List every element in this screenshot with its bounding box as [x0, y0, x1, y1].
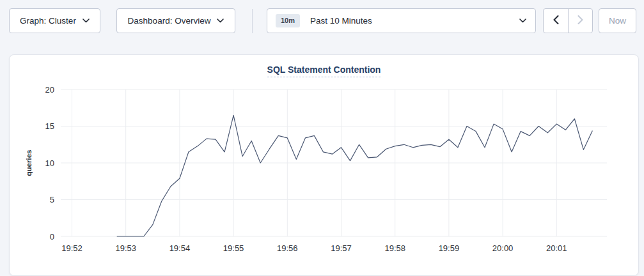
chart-title-wrap: SQL Statement Contention: [10, 64, 638, 77]
time-range-picker[interactable]: 10m Past 10 Minutes: [267, 8, 536, 33]
y-tick-label: 15: [45, 121, 54, 131]
dashboard-dropdown[interactable]: Dashboard: Overview: [116, 8, 235, 33]
dashboard-dropdown-label: Dashboard: Overview: [128, 16, 211, 26]
x-tick-label: 19:59: [439, 243, 460, 253]
chevron-right-icon: [577, 15, 583, 26]
y-tick-label: 0: [50, 232, 54, 241]
x-tick-label: 19:58: [384, 243, 405, 253]
chevron-left-icon: [553, 15, 559, 26]
chevron-down-icon: [519, 19, 526, 23]
chart-card: SQL Statement Contention 0510152019:5219…: [9, 54, 639, 276]
y-tick-label: 10: [45, 158, 54, 168]
x-tick-label: 19:53: [115, 243, 136, 253]
x-tick-label: 20:01: [546, 243, 567, 253]
time-shift-group: [543, 8, 593, 33]
graph-dropdown[interactable]: Graph: Cluster: [9, 8, 100, 33]
x-tick-label: 19:55: [223, 243, 244, 253]
toolbar-divider: [252, 9, 253, 33]
time-shift-forward-button[interactable]: [568, 9, 592, 33]
graph-dropdown-label: Graph: Cluster: [20, 16, 76, 26]
time-shift-back-button[interactable]: [544, 9, 568, 33]
contention-chart: 0510152019:5219:5319:5419:5519:5619:5719…: [10, 55, 640, 276]
now-button[interactable]: Now: [599, 8, 636, 33]
y-axis-title: queries: [25, 150, 33, 176]
x-tick-label: 19:54: [169, 243, 191, 253]
chart-title[interactable]: SQL Statement Contention: [267, 65, 381, 77]
time-range-label: Past 10 Minutes: [310, 16, 372, 26]
x-tick-label: 19:57: [331, 243, 352, 253]
series-line: [117, 115, 593, 236]
x-tick-label: 19:52: [61, 243, 82, 253]
x-tick-label: 20:00: [492, 243, 514, 253]
time-range-badge: 10m: [276, 14, 300, 27]
x-tick-label: 19:56: [277, 243, 298, 253]
chevron-down-icon: [82, 19, 90, 23]
y-tick-label: 20: [45, 85, 54, 95]
graph-toolbar: Graph: Cluster Dashboard: Overview 10m P…: [0, 0, 644, 42]
y-tick-label: 5: [50, 195, 54, 204]
chevron-down-icon: [217, 19, 224, 23]
